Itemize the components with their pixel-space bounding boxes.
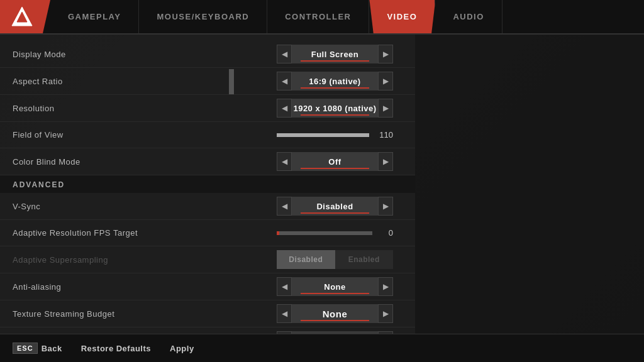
- tab-gameplay[interactable]: GAMEPLAY: [50, 0, 139, 33]
- display-mode-next[interactable]: ▶: [378, 45, 393, 63]
- restore-label: Restore Defaults: [81, 344, 151, 353]
- texture-budget-next[interactable]: ▶: [378, 304, 393, 323]
- aspect-ratio-prev[interactable]: ◀: [277, 72, 292, 90]
- display-mode-underline: [301, 60, 370, 62]
- color-blind-control: ◀ Off ▶: [277, 152, 402, 171]
- advanced-section-header: ADVANCED: [0, 175, 415, 193]
- esc-key-badge: ESC: [13, 343, 38, 354]
- texture-budget-arrow-select: ◀ None ▶: [277, 304, 393, 323]
- anti-aliasing-value-box: None: [292, 277, 378, 296]
- tab-controller[interactable]: CONTROLLER: [267, 0, 369, 33]
- display-mode-prev[interactable]: ◀: [277, 45, 292, 63]
- settings-panel: Display Mode ◀ Full Screen ▶ Aspect Rati…: [0, 35, 415, 334]
- aspect-ratio-next[interactable]: ▶: [378, 72, 393, 90]
- color-blind-next[interactable]: ▶: [378, 152, 393, 171]
- fov-slider[interactable]: 110: [277, 130, 393, 140]
- adaptive-super-disabled-btn[interactable]: Disabled: [277, 250, 335, 269]
- restore-defaults-button[interactable]: Restore Defaults: [81, 344, 151, 353]
- back-label: Back: [42, 344, 62, 353]
- display-mode-label: Display Mode: [13, 50, 277, 59]
- aspect-ratio-arrow-select: ◀ 16:9 (native) ▶: [277, 72, 393, 90]
- vsync-underline: [301, 212, 370, 214]
- adaptive-res-bar[interactable]: [277, 231, 372, 235]
- apex-logo: [9, 4, 35, 30]
- setting-display-mode: Display Mode ◀ Full Screen ▶: [0, 41, 415, 68]
- logo-area: [0, 0, 50, 33]
- aspect-ratio-underline: [301, 87, 370, 89]
- aspect-ratio-value: 16:9 (native): [309, 77, 360, 86]
- anti-aliasing-value: None: [324, 282, 346, 292]
- aspect-ratio-control: ◀ 16:9 (native) ▶: [277, 72, 402, 90]
- resolution-control: ◀ 1920 x 1080 (native) ▶: [277, 99, 402, 118]
- display-mode-arrow-select: ◀ Full Screen ▶: [277, 45, 393, 63]
- anti-aliasing-label: Anti-aliasing: [13, 282, 277, 292]
- apply-label: Apply: [170, 344, 194, 353]
- resolution-value: 1920 x 1080 (native): [293, 104, 376, 113]
- resolution-next[interactable]: ▶: [378, 99, 393, 118]
- anti-aliasing-arrow-select: ◀ None ▶: [277, 277, 393, 296]
- fov-slider-fill: [277, 133, 369, 137]
- setting-fov: Field of View 110: [0, 122, 415, 148]
- resolution-value-box: 1920 x 1080 (native): [292, 99, 378, 118]
- setting-texture-budget: Texture Streaming Budget ◀ None ▶: [0, 300, 415, 327]
- vsync-prev[interactable]: ◀: [277, 197, 292, 216]
- texture-budget-underline: [301, 320, 370, 321]
- tab-video[interactable]: VIDEO: [369, 0, 435, 33]
- resolution-label: Resolution: [13, 104, 277, 113]
- tab-audio[interactable]: AUDIO: [435, 0, 502, 33]
- resolution-prev[interactable]: ◀: [277, 99, 292, 118]
- anti-aliasing-next[interactable]: ▶: [378, 277, 393, 296]
- adaptive-super-label: Adaptive Supersampling: [13, 255, 277, 265]
- display-mode-control: ◀ Full Screen ▶: [277, 45, 402, 63]
- color-blind-prev[interactable]: ◀: [277, 152, 292, 171]
- color-blind-arrow-select: ◀ Off ▶: [277, 152, 393, 171]
- setting-color-blind: Color Blind Mode ◀ Off ▶: [0, 148, 415, 175]
- texture-budget-prev[interactable]: ◀: [277, 304, 292, 323]
- fov-value: 110: [374, 130, 393, 140]
- scrollbar-thumb[interactable]: [229, 69, 234, 94]
- adaptive-res-slider[interactable]: 0: [277, 228, 393, 238]
- adaptive-res-value: 0: [377, 228, 393, 238]
- texture-budget-control: ◀ None ▶: [277, 304, 402, 323]
- display-mode-value: Full Screen: [311, 50, 359, 59]
- setting-anti-aliasing: Anti-aliasing ◀ None ▶: [0, 273, 415, 300]
- color-blind-label: Color Blind Mode: [13, 157, 277, 167]
- vsync-control: ◀ Disabled ▶: [277, 197, 402, 216]
- texture-budget-value: None: [323, 309, 348, 319]
- scrollbar-track[interactable]: [229, 69, 234, 94]
- anti-aliasing-underline: [301, 293, 370, 294]
- resolution-underline: [301, 114, 370, 116]
- bottom-bar: ESC Back Restore Defaults Apply: [0, 334, 644, 362]
- setting-adaptive-res: Adaptive Resolution FPS Target 0: [0, 220, 415, 246]
- apply-button[interactable]: Apply: [170, 344, 194, 353]
- aspect-ratio-value-box: 16:9 (native): [292, 72, 378, 90]
- adaptive-res-label: Adaptive Resolution FPS Target: [13, 228, 277, 238]
- adaptive-super-toggle: Disabled Enabled: [277, 250, 393, 269]
- fov-control: 110: [277, 130, 402, 140]
- anti-aliasing-prev[interactable]: ◀: [277, 277, 292, 296]
- tab-mouse-keyboard[interactable]: MOUSE/KEYBOARD: [139, 0, 267, 33]
- color-blind-value-box: Off: [292, 152, 378, 171]
- vsync-label: V-Sync: [13, 202, 277, 211]
- vsync-next[interactable]: ▶: [378, 197, 393, 216]
- fov-slider-track[interactable]: [277, 133, 369, 137]
- display-mode-value-box: Full Screen: [292, 45, 378, 63]
- setting-aspect-ratio: Aspect Ratio ◀ 16:9 (native) ▶: [0, 68, 415, 95]
- setting-vsync: V-Sync ◀ Disabled ▶: [0, 193, 415, 220]
- back-button[interactable]: ESC Back: [13, 343, 62, 354]
- resolution-arrow-select: ◀ 1920 x 1080 (native) ▶: [277, 99, 393, 118]
- setting-texture-filter: Texture Filtering ◀ Bilinear ▶: [0, 327, 415, 334]
- vsync-value-box: Disabled: [292, 197, 378, 216]
- color-blind-underline: [301, 168, 370, 169]
- adaptive-res-control: 0: [277, 228, 402, 238]
- color-blind-value: Off: [328, 157, 341, 167]
- texture-budget-label: Texture Streaming Budget: [13, 309, 277, 319]
- nav-tabs: GAMEPLAY MOUSE/KEYBOARD CONTROLLER VIDEO…: [50, 0, 644, 33]
- adaptive-super-enabled-btn[interactable]: Enabled: [335, 250, 394, 269]
- setting-adaptive-super: Adaptive Supersampling Disabled Enabled: [0, 246, 415, 273]
- right-panel: [415, 35, 644, 334]
- texture-budget-value-box: None: [292, 304, 378, 323]
- setting-resolution: Resolution ◀ 1920 x 1080 (native) ▶: [0, 95, 415, 122]
- adaptive-res-fill: [277, 231, 279, 235]
- main-content: Display Mode ◀ Full Screen ▶ Aspect Rati…: [0, 35, 644, 334]
